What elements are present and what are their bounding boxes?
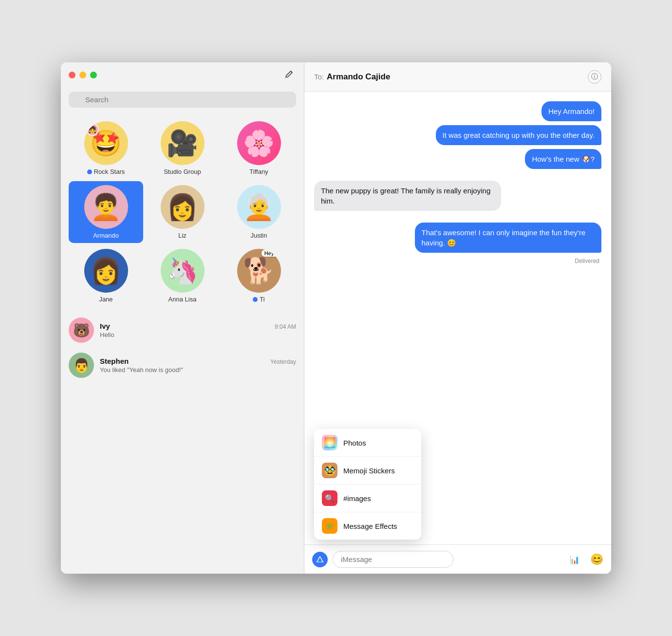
pinned-item-jane[interactable]: 👩 Jane [69, 245, 143, 307]
pinned-avatar-liz: 👩 [161, 185, 205, 229]
message-row-2: It was great catching up with you the ot… [314, 125, 601, 145]
conv-time-stephen: Yesterday [270, 358, 296, 365]
dropdown-item-photos[interactable]: 🌅 Photos [314, 429, 421, 457]
received-group: The new puppy is great! The family is re… [314, 181, 601, 211]
app-picker-dropdown: 🌅 Photos 🥸 Memoji Stickers 🔍 #images ✳️ … [314, 429, 421, 540]
chat-header: To: Armando Cajide ⓘ [304, 62, 611, 92]
pinned-name-justin: Justin [251, 232, 267, 239]
pinned-name-jane: Jane [99, 296, 112, 303]
conv-body-stephen: Stephen Yesterday You liked "Yeah now is… [100, 357, 296, 374]
avatar-ivy: 🐻 [69, 318, 94, 343]
pinned-name-anna-lisa: Anna Lisa [168, 296, 197, 303]
conversation-stephen[interactable]: 👨 Stephen Yesterday You liked "Yeah now … [61, 348, 304, 383]
pinned-item-liz[interactable]: 👩 Liz [145, 181, 220, 243]
conv-time-ivy: 9:04 AM [275, 323, 296, 330]
dropdown-item-memoji[interactable]: 🥸 Memoji Stickers [314, 457, 421, 485]
pinned-avatar-jane: 👩 [84, 249, 128, 293]
photos-label: Photos [343, 439, 366, 447]
search-input[interactable] [69, 92, 296, 108]
app-window: 🔍 🤩 👧 Rock Stars 🎥 [61, 62, 611, 574]
app-store-button[interactable] [312, 552, 328, 567]
pinned-item-armando[interactable]: 🧑‍🦱 Armando [69, 181, 143, 243]
emoji-button[interactable]: 😊 [590, 553, 603, 566]
titlebar [61, 62, 304, 88]
pinned-contacts-grid: 🤩 👧 Rock Stars 🎥 Studio Group 🌸 [61, 113, 304, 311]
info-button[interactable]: ⓘ [588, 70, 601, 84]
traffic-lights [69, 72, 97, 78]
images-icon: 🔍 [322, 490, 337, 506]
pinned-avatar-rock-stars: 🤩 👧 [84, 121, 128, 165]
pinned-avatar-anna-lisa: 🦄 [161, 249, 205, 293]
pinned-item-tiffany[interactable]: 🌸 Tiffany [222, 117, 296, 179]
minimize-button[interactable] [79, 72, 86, 78]
delivered-label: Delivered [314, 258, 601, 264]
message-row-4: The new puppy is great! The family is re… [314, 181, 601, 211]
conv-name-stephen: Stephen [100, 357, 129, 365]
pinned-item-studio-group[interactable]: 🎥 Studio Group [145, 117, 220, 179]
conv-preview-stephen: You liked "Yeah now is good!" [100, 366, 296, 374]
pinned-avatar-ti: 🐕 Hey! [237, 249, 281, 293]
sidebar: 🔍 🤩 👧 Rock Stars 🎥 [61, 62, 304, 574]
close-button[interactable] [69, 72, 75, 78]
conversation-ivy[interactable]: 🐻 Ivy 9:04 AM Hello [61, 313, 304, 348]
compose-button[interactable] [282, 67, 296, 83]
memoji-label: Memoji Stickers [343, 467, 395, 475]
message-row-5: That's awesome! I can only imagine the f… [314, 223, 601, 253]
message-input-wrap: 📊 [333, 551, 585, 568]
input-area: 📊 😊 🌅 Photos 🥸 Memoji Stickers 🔍 #images [304, 544, 611, 574]
pinned-item-justin[interactable]: 🧑‍🦳 Justin [222, 181, 296, 243]
pinned-avatar-tiffany: 🌸 [237, 121, 281, 165]
chat-recipient: Armando Cajide [327, 72, 588, 82]
pinned-name-rock-stars: Rock Stars [94, 168, 125, 175]
ti-badge: Hey! [261, 250, 279, 257]
bubble-3: How's the new 🐶? [525, 149, 601, 169]
dropdown-item-effects[interactable]: ✳️ Message Effects [314, 512, 421, 540]
bubble-4: The new puppy is great! The family is re… [314, 181, 501, 211]
pinned-item-anna-lisa[interactable]: 🦄 Anna Lisa [145, 245, 220, 307]
chat-panel: To: Armando Cajide ⓘ Hey Armando! It was… [304, 62, 611, 574]
to-label: To: [314, 73, 324, 81]
conversation-list: 🐻 Ivy 9:04 AM Hello 👨 Stephen [61, 311, 304, 574]
pinned-item-ti[interactable]: 🐕 Hey! Ti [222, 245, 296, 307]
images-label: #images [343, 494, 371, 503]
pinned-name-armando: Armando [93, 232, 119, 239]
bubble-2: It was great catching up with you the ot… [436, 125, 601, 145]
photos-icon: 🌅 [322, 435, 337, 450]
pinned-name-ti: Ti [260, 296, 264, 303]
search-wrap: 🔍 [69, 92, 296, 108]
avatar-stephen: 👨 [69, 353, 94, 378]
memoji-icon: 🥸 [322, 463, 337, 478]
pinned-name-liz: Liz [178, 232, 187, 239]
unread-indicator [87, 169, 92, 174]
pinned-avatar-armando: 🧑‍🦱 [84, 185, 128, 229]
effects-icon: ✳️ [322, 518, 337, 534]
pinned-item-rock-stars[interactable]: 🤩 👧 Rock Stars [69, 117, 143, 179]
conv-body-ivy: Ivy 9:04 AM Hello [100, 322, 296, 338]
ti-unread-dot [253, 297, 258, 302]
fullscreen-button[interactable] [90, 72, 97, 78]
effects-label: Message Effects [343, 522, 397, 530]
pinned-avatar-studio-group: 🎥 [161, 121, 205, 165]
dictate-icon: 📊 [570, 555, 579, 564]
bubble-1: Hey Armando! [541, 101, 601, 121]
pinned-name-tiffany: Tiffany [249, 168, 268, 175]
conv-preview-ivy: Hello [100, 331, 296, 338]
search-bar-container: 🔍 [61, 88, 304, 113]
bubble-5: That's awesome! I can only imagine the f… [415, 223, 602, 253]
dropdown-item-images[interactable]: 🔍 #images [314, 485, 421, 512]
message-row-1: Hey Armando! [314, 101, 601, 121]
pinned-name-studio-group: Studio Group [164, 168, 201, 175]
pinned-avatar-justin: 🧑‍🦳 [237, 185, 281, 229]
conv-name-ivy: Ivy [100, 322, 110, 330]
message-row-3: How's the new 🐶? [314, 149, 601, 169]
message-input[interactable] [333, 551, 453, 568]
